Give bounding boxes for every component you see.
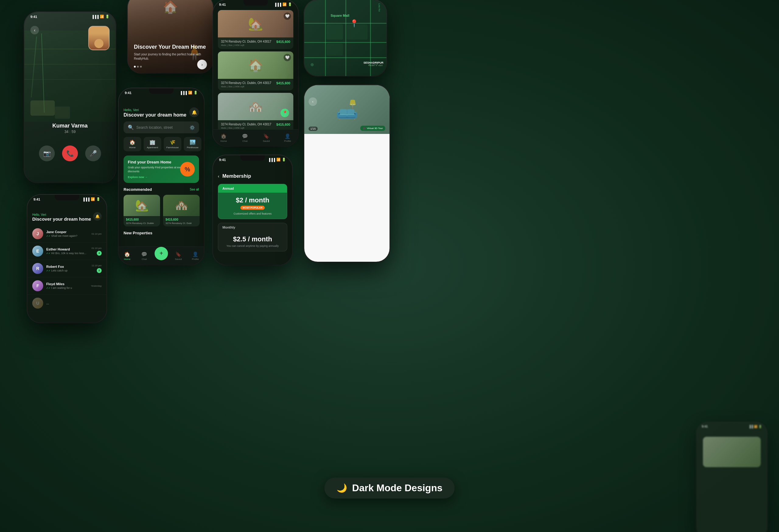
listings-nav-saved[interactable]: 🔖 Saved <box>256 133 277 142</box>
saved-nav-icon-listings: 🔖 <box>263 133 269 139</box>
listing-card-1[interactable]: 🏡 🤍 3274 Rensbury Ct. Dublin, OH 43017 4… <box>218 10 293 49</box>
category-apartment[interactable]: 🏢 Apartment <box>143 137 161 151</box>
listing-card-3[interactable]: 🏘️ 📍 3274 Rensbury Ct. Dublin, OH 43017 … <box>218 93 293 132</box>
map-background: Square Mall 📍 SESHADRIPUR ಶೇಷಾದ್ರಿ ಪುರ L… <box>304 0 386 76</box>
listings-nav-chat[interactable]: 💬 Chat <box>234 133 256 142</box>
listing-price-2: $415,600 <box>276 81 290 85</box>
membership-back-button[interactable]: ‹ <box>218 174 220 179</box>
chat-item-robert[interactable]: R Robert Fox ✓✓ Lets catch up 11:10 pm 2 <box>27 260 107 277</box>
virtual-tour-label: Virtual 3D Tour <box>367 127 383 130</box>
property-card-1[interactable]: 🏡 $415,600 3274 Rensbury Ct. Dublin <box>124 195 160 226</box>
listing-details-1: 4bds | 3ba | 2456 sqft <box>221 44 272 47</box>
promo-discount-badge: % <box>180 162 195 177</box>
chat-item-jane[interactable]: J Jane Cooper ✓✓ Shall we meet again? 01… <box>27 225 107 243</box>
chat-content-jane: Jane Cooper ✓✓ Shall we meet again? <box>46 230 88 237</box>
saved-nav-icon: 🔖 <box>175 251 181 257</box>
chat-name-esther: Esther Howard <box>46 247 88 251</box>
chat-name-jane: Jane Cooper <box>46 230 88 234</box>
chat-preview-text-jane: Shall we meet again? <box>51 234 77 237</box>
chat-greeting: Hello, Veri <box>32 213 102 217</box>
chat-item-esther[interactable]: E Esther Howard ✓✓ Hi! Bro, 10k is way t… <box>27 243 107 260</box>
virtual-tour-button[interactable]: 🎥 Virtual 3D Tour <box>360 126 385 131</box>
profile-nav-icon: 👤 <box>192 251 198 257</box>
listings-status: 9:41 ▐▐▐📶🔋 <box>213 0 298 8</box>
chat-meta-floyd: Yesterday <box>91 285 102 287</box>
listing-heart-1[interactable]: 🤍 <box>284 12 291 20</box>
detail-back-button[interactable]: ‹ <box>309 98 317 106</box>
notification-bell[interactable]: 🔔 <box>189 107 199 117</box>
see-all-link[interactable]: See all <box>190 188 199 191</box>
bottom-navigation: 🏠 Home 💬 Chat + 🔖 Saved 👤 Profile <box>119 246 204 265</box>
annual-price: $2 / month <box>223 196 283 204</box>
annual-desc: Customized offers and features <box>223 212 283 215</box>
phone-map: Square Mall 📍 SESHADRIPUR ಶೇಷಾದ್ರಿ ಪುರ L… <box>304 0 386 76</box>
listings-nav-home[interactable]: 🏠 Home <box>213 133 234 142</box>
listing-price-1: $415,600 <box>276 40 290 44</box>
chat-header: Hello, Veri Discover your dream home 🔔 <box>27 202 107 225</box>
nav-chat[interactable]: 💬 Chat <box>136 251 153 260</box>
bottom-right-content <box>697 431 767 477</box>
chat-item-unknown[interactable]: U ... <box>27 295 107 312</box>
end-call-button[interactable]: 📞 <box>62 145 78 161</box>
chat-meta-jane: 01:10 pm <box>92 233 102 235</box>
caller-thumbnail-person <box>89 26 109 50</box>
search-bar[interactable]: 🔍 Search location, street ⚙️ <box>124 121 199 133</box>
nav-home[interactable]: 🏠 Home <box>119 251 136 260</box>
chat-title: Discover your dream home <box>32 217 102 222</box>
status-icons-membership: ▐▐▐📶🔋 <box>268 158 286 162</box>
chat-preview-floyd: ✓✓ I am waiting for u <box>46 286 88 289</box>
mute-button[interactable]: 🎤 <box>85 145 101 161</box>
house-illustration-2: 🏘️ <box>163 195 200 216</box>
chat-check-jane: ✓✓ <box>46 235 51 237</box>
chat-time-jane: 01:10 pm <box>92 233 102 235</box>
status-icons: ▐▐▐ 📶 🔋 <box>92 15 110 18</box>
promo-banner[interactable]: Find your Dream Home Grab your opportuni… <box>124 156 199 183</box>
detail-image-count: 1/15 <box>309 127 318 131</box>
monthly-plan-card[interactable]: Monthly $2.5 / month You can cancel anyt… <box>218 223 287 251</box>
property-price-1: $415,600 <box>126 218 158 221</box>
video-toggle-button[interactable]: 📷 <box>39 145 55 161</box>
listing-addr-1: 3274 Rensbury Ct. Dublin, OH 43017 <box>221 40 272 43</box>
nav-saved[interactable]: 🔖 Saved <box>170 251 187 260</box>
chat-badge-esther: 4 <box>97 251 102 256</box>
nav-profile[interactable]: 👤 Profile <box>187 251 204 260</box>
hero-next-button[interactable]: › <box>197 60 207 69</box>
annual-plan-card[interactable]: Annual $2 / month MOST POPULAR Customize… <box>218 184 287 219</box>
status-time-membership: 9:41 <box>219 158 226 162</box>
virtual-tour-icon: 🎥 <box>363 127 366 130</box>
map-location-label: Square Mall <box>331 14 349 17</box>
avatar-floyd: F <box>32 280 43 291</box>
chat-check-floyd: ✓✓ <box>46 287 51 289</box>
home-nav-icon: 🏠 <box>124 251 130 257</box>
chat-preview-jane: ✓✓ Shall we meet again? <box>46 234 88 237</box>
br-time: 9:41 <box>702 425 708 428</box>
map-area-name: SESHADRIPUR <box>363 61 383 64</box>
moon-icon: 🌙 <box>337 483 347 493</box>
category-farmhouse[interactable]: 🌾 Farmhouse <box>164 137 181 151</box>
category-tabs: 🏠 Home 🏢 Apartment 🌾 Farmhouse 🏙️ Pentho… <box>119 137 204 151</box>
profile-nav-icon-listings: 👤 <box>285 133 291 139</box>
chat-item-floyd[interactable]: F Floyd Miles ✓✓ I am waiting for u Yest… <box>27 277 107 295</box>
listing-card-2[interactable]: 🏠 🤍 3274 Rensbury Ct. Dublin, OH 43017 4… <box>218 51 293 91</box>
chat-notification-bell[interactable]: 🔔 <box>93 212 102 221</box>
promo-cta-text: Explore now → <box>128 176 147 179</box>
chat-status: 9:41 ▐▐▐📶🔋 <box>27 195 107 202</box>
category-home[interactable]: 🏠 Home <box>124 137 141 151</box>
fab-button[interactable]: + <box>155 247 168 260</box>
listing-heart-2[interactable]: 🤍 <box>284 54 291 61</box>
filter-icon[interactable]: ⚙️ <box>190 125 195 130</box>
person-head <box>94 39 104 48</box>
nav-fab[interactable]: + <box>153 252 170 260</box>
location-fab[interactable]: 📍 <box>281 109 289 117</box>
phone-property-detail: 🛋️ ‹ 1/15 🎥 Virtual 3D Tour $415/month 🔖… <box>304 85 390 262</box>
phone-bottom-right: 9:41 ▐▐ 📶 🔋 <box>697 422 767 532</box>
property-card-2[interactable]: 🏘️ $415,600 3274 Rensbury Ct. Dubl <box>163 195 200 226</box>
video-back-button[interactable]: ‹ <box>31 26 39 35</box>
chat-nav-icon: 💬 <box>141 251 147 257</box>
listings-nav-profile[interactable]: 👤 Profile <box>277 133 298 142</box>
home-nav-label-listings: Home <box>220 140 227 142</box>
monthly-plan-header: Monthly <box>218 223 287 232</box>
chat-meta-esther: 01:10 pm 4 <box>92 247 102 256</box>
caller-thumbnail <box>88 26 110 50</box>
category-penthouse[interactable]: 🏙️ Penthouse <box>184 137 201 151</box>
